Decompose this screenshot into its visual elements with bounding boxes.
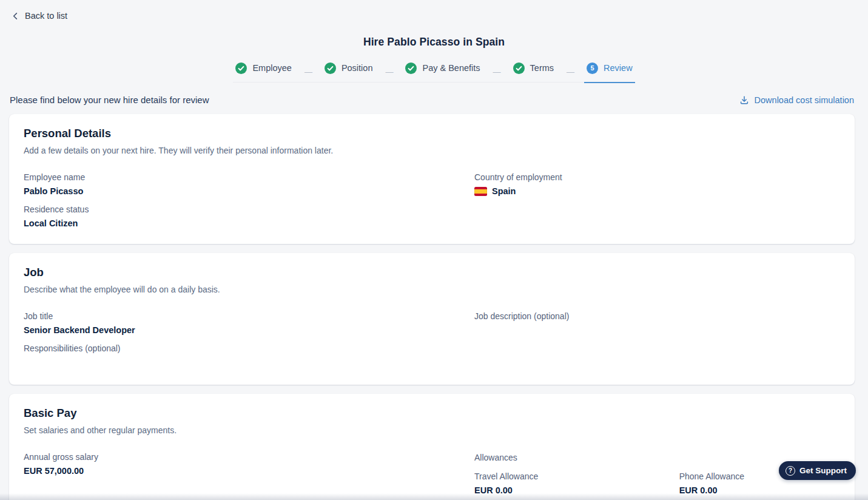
field-value: Local Citizen: [24, 218, 474, 228]
download-cost-simulation-link[interactable]: Download cost simulation: [739, 95, 854, 105]
field-value: Senior Backend Developer: [24, 325, 474, 335]
back-to-list-button[interactable]: Back to list: [11, 11, 67, 21]
step-separator: —: [567, 67, 574, 76]
card-subtitle: Set salaries and other regular payments.: [24, 425, 840, 435]
job-description-field: Job description (optional): [474, 311, 840, 335]
field-value: EUR 0.00: [474, 485, 679, 495]
field-value: Spain: [492, 186, 516, 196]
top-bar: Back to list: [0, 0, 868, 23]
field-label: Job title: [24, 311, 474, 321]
responsibilities-field: Responsibilities (optional): [24, 343, 474, 353]
stepper-wrap: Employee — Position — Pay & Benefits — T…: [0, 62, 868, 83]
step-separator: —: [385, 67, 392, 76]
step-pay-benefits[interactable]: Pay & Benefits: [403, 62, 482, 82]
review-note: Please find below your new hire details …: [10, 95, 209, 105]
download-icon: [739, 95, 749, 105]
stepper: Employee — Position — Pay & Benefits — T…: [233, 62, 634, 83]
check-circle-icon: [325, 62, 336, 74]
travel-allowance-field: Travel Allowance EUR 0.00: [474, 471, 679, 495]
card-subtitle: Describe what the employee will do on a …: [24, 285, 840, 294]
spain-flag-icon: [474, 187, 487, 196]
field-label: Responsibilities (optional): [24, 343, 474, 353]
employee-name-field: Employee name Pablo Picasso: [24, 172, 474, 196]
get-support-button[interactable]: ? Get Support: [779, 461, 856, 480]
field-value: Pablo Picasso: [24, 186, 474, 196]
field-value: EUR 57,000.00: [24, 466, 474, 476]
card-title: Job: [24, 266, 840, 279]
chevron-left-icon: [11, 12, 20, 21]
personal-details-card: Personal Details Add a few details on yo…: [9, 114, 855, 244]
check-circle-icon: [513, 62, 525, 74]
basic-pay-card: Basic Pay Set salaries and other regular…: [9, 394, 855, 500]
step-label: Position: [341, 63, 373, 73]
page-title: Hire Pablo Picasso in Spain: [0, 36, 868, 49]
step-separator: —: [304, 67, 312, 76]
residence-status-field: Residence status Local Citizen: [24, 204, 474, 228]
question-circle-icon: ?: [786, 466, 795, 476]
step-separator: —: [493, 67, 500, 76]
get-support-label: Get Support: [799, 466, 847, 475]
field-label: Country of employment: [474, 172, 840, 182]
step-label: Review: [604, 63, 633, 73]
annual-gross-salary-field: Annual gross salary EUR 57,000.00: [24, 452, 474, 500]
allowances-label: Allowances: [474, 453, 517, 462]
step-employee[interactable]: Employee: [233, 62, 294, 82]
download-link-label: Download cost simulation: [755, 95, 854, 105]
field-value: EUR 0.00: [679, 485, 840, 495]
job-title-field: Job title Senior Backend Developer: [24, 311, 474, 335]
card-subtitle: Add a few details on your next hire. The…: [24, 146, 840, 155]
check-circle-icon: [235, 62, 247, 74]
job-card: Job Describe what the employee will do o…: [9, 253, 855, 385]
step-label: Employee: [252, 63, 291, 73]
field-label: Employee name: [24, 172, 474, 182]
step-label: Terms: [530, 63, 554, 73]
step-number-badge: 5: [587, 62, 598, 74]
step-review[interactable]: 5 Review: [584, 62, 635, 83]
card-title: Personal Details: [24, 127, 840, 140]
check-circle-icon: [405, 62, 417, 74]
card-title: Basic Pay: [24, 407, 840, 420]
field-label: Annual gross salary: [24, 452, 474, 462]
country-of-employment-field: Country of employment Spain: [474, 172, 840, 196]
step-terms[interactable]: Terms: [511, 62, 556, 82]
field-label: Residence status: [24, 204, 474, 214]
step-label: Pay & Benefits: [422, 63, 480, 73]
back-to-list-label: Back to list: [25, 11, 67, 21]
step-position[interactable]: Position: [322, 62, 375, 82]
field-label: Travel Allowance: [474, 471, 679, 481]
field-label: Job description (optional): [474, 311, 840, 321]
note-row: Please find below your new hire details …: [10, 95, 854, 105]
